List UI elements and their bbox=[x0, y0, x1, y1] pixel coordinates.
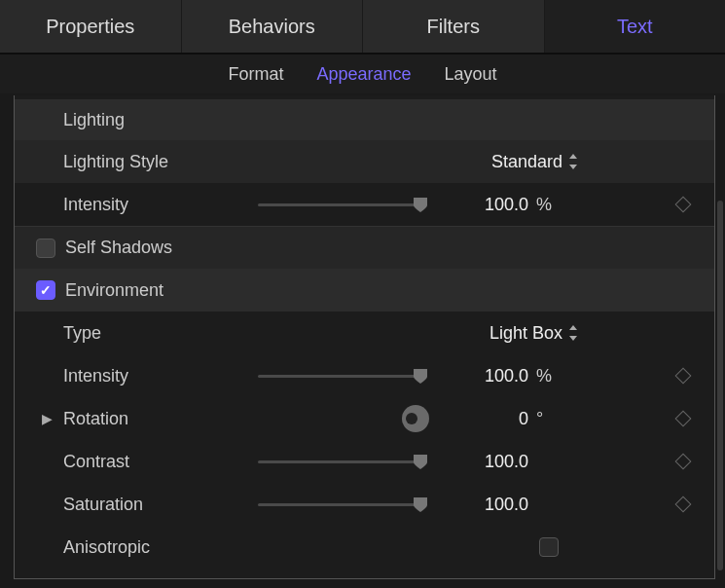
environment-intensity-unit: % bbox=[536, 366, 558, 386]
self-shadows-label: Self Shadows bbox=[65, 238, 172, 258]
rotation-dial[interactable] bbox=[402, 405, 429, 432]
anisotropic-checkbox[interactable] bbox=[539, 537, 559, 557]
keyframe-button[interactable] bbox=[675, 454, 692, 470]
appearance-panel: Lighting Lighting Style Standard Intensi… bbox=[14, 95, 715, 579]
slider-thumb-icon[interactable] bbox=[412, 453, 429, 470]
environment-anisotropic-row: Anisotropic bbox=[15, 526, 714, 569]
tab-filters[interactable]: Filters bbox=[363, 0, 545, 53]
lighting-section-header: Lighting bbox=[15, 99, 714, 140]
subtab-appearance[interactable]: Appearance bbox=[316, 64, 411, 85]
lighting-style-dropdown[interactable]: Standard bbox=[491, 152, 578, 172]
environment-saturation-label: Saturation bbox=[63, 495, 258, 515]
environment-intensity-label: Intensity bbox=[63, 366, 258, 386]
keyframe-button[interactable] bbox=[675, 368, 692, 385]
main-tabs: Properties Behaviors Filters Text bbox=[0, 0, 725, 55]
lighting-intensity-row: Intensity 100.0 % bbox=[15, 183, 714, 226]
environment-saturation-value[interactable]: 100.0 bbox=[474, 495, 528, 515]
lighting-header-label: Lighting bbox=[63, 110, 125, 130]
lighting-intensity-unit: % bbox=[536, 195, 558, 215]
environment-anisotropic-label: Anisotropic bbox=[63, 537, 258, 558]
environment-saturation-slider[interactable] bbox=[258, 503, 423, 506]
environment-type-dropdown[interactable]: Light Box bbox=[489, 323, 578, 344]
keyframe-button[interactable] bbox=[675, 411, 692, 427]
lighting-intensity-value[interactable]: 100.0 bbox=[474, 195, 528, 215]
environment-contrast-value[interactable]: 100.0 bbox=[474, 452, 528, 472]
environment-intensity-slider[interactable] bbox=[258, 375, 423, 378]
tab-behaviors[interactable]: Behaviors bbox=[182, 0, 364, 53]
slider-thumb-icon[interactable] bbox=[412, 196, 429, 213]
environment-row: ✓ Environment bbox=[15, 269, 714, 312]
environment-contrast-label: Contrast bbox=[63, 452, 258, 472]
tab-properties[interactable]: Properties bbox=[0, 0, 182, 53]
keyframe-button[interactable] bbox=[675, 496, 692, 513]
updown-stepper-icon bbox=[568, 325, 578, 341]
environment-type-row: Type Light Box bbox=[15, 312, 714, 354]
self-shadows-checkbox[interactable] bbox=[36, 239, 55, 258]
sub-tabs: Format Appearance Layout bbox=[0, 55, 725, 93]
environment-label: Environment bbox=[65, 280, 163, 301]
environment-type-value: Light Box bbox=[489, 323, 562, 344]
environment-rotation-unit: ° bbox=[536, 409, 558, 429]
check-icon: ✓ bbox=[40, 282, 52, 298]
updown-stepper-icon bbox=[568, 154, 578, 169]
tab-text[interactable]: Text bbox=[545, 0, 726, 53]
disclosure-triangle-icon[interactable]: ▶ bbox=[42, 411, 53, 426]
lighting-style-label: Lighting Style bbox=[63, 152, 258, 172]
slider-thumb-icon[interactable] bbox=[412, 367, 429, 385]
environment-checkbox[interactable]: ✓ bbox=[36, 280, 55, 300]
lighting-style-value: Standard bbox=[491, 152, 562, 172]
environment-rotation-value[interactable]: 0 bbox=[474, 409, 528, 429]
environment-intensity-row: Intensity 100.0 % bbox=[15, 354, 714, 397]
environment-type-label: Type bbox=[63, 323, 258, 344]
self-shadows-row: Self Shadows bbox=[15, 226, 714, 269]
environment-rotation-label: Rotation bbox=[63, 409, 258, 429]
environment-saturation-row: Saturation 100.0 bbox=[15, 483, 714, 526]
environment-contrast-row: Contrast 100.0 bbox=[15, 440, 714, 483]
keyframe-button[interactable] bbox=[675, 197, 692, 213]
slider-thumb-icon[interactable] bbox=[412, 496, 429, 513]
environment-rotation-row: ▶ Rotation 0 ° bbox=[15, 397, 714, 440]
subtab-format[interactable]: Format bbox=[228, 64, 283, 85]
environment-contrast-slider[interactable] bbox=[258, 460, 423, 463]
subtab-layout[interactable]: Layout bbox=[445, 64, 497, 85]
lighting-intensity-slider[interactable] bbox=[258, 203, 423, 206]
vertical-scrollbar[interactable] bbox=[717, 201, 723, 570]
lighting-intensity-label: Intensity bbox=[63, 195, 258, 215]
environment-intensity-value[interactable]: 100.0 bbox=[474, 366, 528, 386]
lighting-style-row: Lighting Style Standard bbox=[15, 140, 714, 183]
